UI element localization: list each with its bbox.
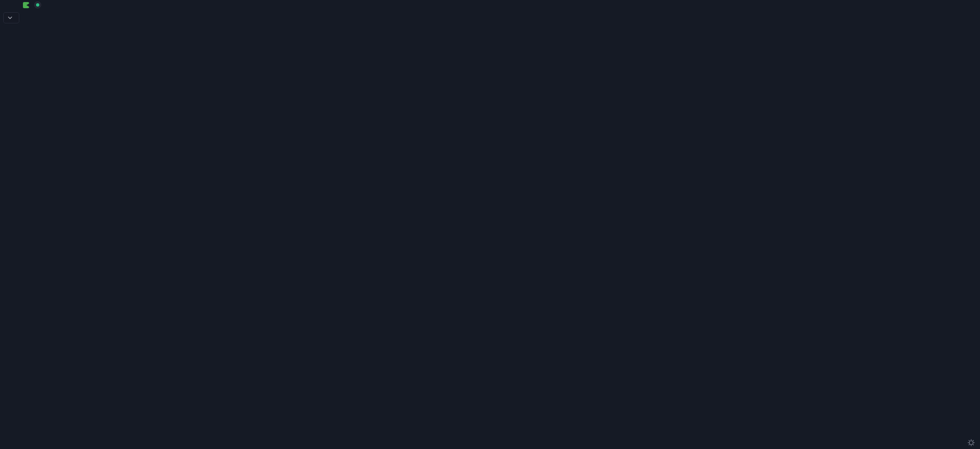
chart-canvas[interactable] bbox=[0, 0, 980, 449]
price-axis[interactable] bbox=[941, 0, 980, 438]
flag-icon[interactable] bbox=[23, 2, 29, 9]
legend bbox=[3, 1, 69, 9]
axis-settings-gear-icon[interactable] bbox=[967, 439, 975, 448]
market-status-icon[interactable] bbox=[34, 1, 41, 9]
chevron-down-icon bbox=[8, 16, 12, 19]
time-axis[interactable] bbox=[0, 438, 980, 449]
indicators-collapse-button[interactable] bbox=[3, 12, 19, 23]
tradingview-chart-window bbox=[0, 0, 980, 449]
